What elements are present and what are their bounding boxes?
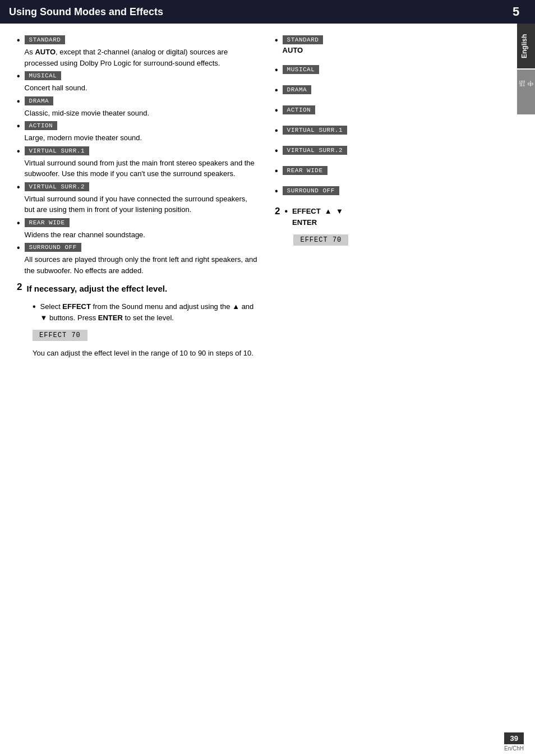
- badge-virtual-surr2: VIRTUAL SURR.2: [25, 182, 89, 191]
- r-badge-surround-off: SURROUND OFF: [283, 186, 339, 195]
- mode-rear-wide: • REAR WIDE Widens the rear channel soun…: [17, 218, 258, 241]
- bullet-surround-off: •: [17, 243, 20, 252]
- bullet-drama: •: [17, 97, 20, 106]
- desc-standard: As AUTO, except that 2-channel (analog o…: [25, 47, 258, 68]
- r-bullet-virtual-surr2: •: [275, 146, 278, 155]
- bullet-standard: •: [17, 36, 20, 45]
- bullet-rear-wide: •: [17, 219, 20, 228]
- mode-musical: • MUSICAL Concert hall sound.: [17, 71, 258, 94]
- badge-drama: DRAMA: [25, 96, 54, 105]
- footer-sub-label: En/ChH: [504, 745, 524, 752]
- footer-page-number: 39: [504, 732, 524, 744]
- r-mode-drama: • DRAMA: [275, 85, 505, 95]
- r-section2-bullet: • EFFECT ▲ ▼ ENTER: [284, 206, 348, 228]
- section2-heading: If necessary, adjust the effect level.: [26, 284, 167, 293]
- r-bullet-rear-wide: •: [275, 167, 278, 176]
- page-header: Using Sound Modes and Effects 5: [0, 0, 535, 24]
- content-area: • STANDARD As AUTO, except that 2-channe…: [0, 24, 516, 370]
- badge-surround-off: SURROUND OFF: [25, 243, 81, 252]
- section2-number: 2: [17, 282, 22, 293]
- header-page-number: 5: [506, 4, 526, 19]
- r-mode-rear-wide: • REAR WIDE: [275, 165, 505, 176]
- r-badge-virtual-surr1: VIRTUAL SURR.1: [283, 126, 347, 135]
- r-bullet-drama: •: [275, 86, 278, 95]
- left-column: • STANDARD As AUTO, except that 2-channe…: [0, 35, 269, 359]
- r-badge-rear-wide: REAR WIDE: [283, 166, 328, 175]
- mode-action: • ACTION Large, modern movie theater sou…: [17, 121, 258, 144]
- section2-bullet-desc: Select EFFECT from the Sound menu and ad…: [40, 301, 258, 323]
- badge-action: ACTION: [25, 121, 58, 130]
- mode-drama: • DRAMA Classic, mid-size movie theater …: [17, 96, 258, 119]
- r-section2-bullet-desc: EFFECT ▲ ▼ ENTER: [292, 206, 343, 228]
- side-tab-english: English: [517, 24, 535, 68]
- r-effect-display-area: EFFECT 70: [293, 231, 348, 249]
- section2-bullet: • Select EFFECT from the Sound menu and …: [33, 301, 258, 323]
- bullet-musical: •: [17, 72, 20, 81]
- section2-heading-row: 2 If necessary, adjust the effect level.: [17, 282, 258, 297]
- desc-virtual-surr1: Virtual surround sound from just the mai…: [25, 158, 258, 179]
- side-tabs: English 日語中語: [517, 24, 535, 114]
- r-bullet-surround-off: •: [275, 187, 278, 196]
- footer: 39 En/ChH: [0, 728, 535, 756]
- mode-standard: • STANDARD As AUTO, except that 2-channe…: [17, 35, 258, 68]
- r-bullet-musical: •: [275, 66, 278, 75]
- r-mode-musical: • MUSICAL: [275, 64, 505, 75]
- r-badge-virtual-surr2: VIRTUAL SURR.2: [283, 146, 347, 155]
- r-mode-virtual-surr1: • VIRTUAL SURR.1: [275, 125, 505, 135]
- bullet-virtual-surr2: •: [17, 183, 20, 192]
- mode-virtual-surr1: • VIRTUAL SURR.1 Virtual surround sound …: [17, 146, 258, 179]
- desc-action: Large, modern movie theater sound.: [25, 132, 142, 144]
- r-section2-number: 2: [275, 206, 280, 217]
- desc-musical: Concert hall sound.: [25, 82, 87, 94]
- effect-display-area: EFFECT 70: [33, 326, 258, 344]
- r-badge-action: ACTION: [283, 105, 316, 114]
- r-sub-standard: AUTO: [283, 46, 324, 54]
- page-title: Using Sound Modes and Effects: [9, 6, 163, 18]
- r-badge-drama: DRAMA: [283, 85, 312, 94]
- r-section2: 2 • EFFECT ▲ ▼ ENTER EFFECT 70: [275, 206, 505, 249]
- side-tab-chinese: 日語中語: [517, 70, 535, 114]
- section2-desc: You can adjust the effect level in the r…: [33, 348, 258, 359]
- right-column: • STANDARD AUTO • MUSICAL • DRAMA • ACTI…: [269, 35, 516, 359]
- r-badge-musical: MUSICAL: [283, 65, 320, 74]
- badge-musical: MUSICAL: [25, 71, 62, 80]
- mode-surround-off: • SURROUND OFF All sources are played th…: [17, 242, 258, 276]
- badge-virtual-surr1: VIRTUAL SURR.1: [25, 146, 89, 155]
- badge-rear-wide: REAR WIDE: [25, 218, 70, 227]
- desc-surround-off: All sources are played through only the …: [25, 254, 258, 276]
- r-mode-standard: • STANDARD AUTO: [275, 35, 505, 54]
- r-bullet-action: •: [275, 106, 278, 115]
- section2-bullet-dot: •: [33, 302, 36, 311]
- r-badge-standard: STANDARD: [283, 35, 324, 44]
- r-mode-virtual-surr2: • VIRTUAL SURR.2: [275, 145, 505, 155]
- desc-virtual-surr2: Virtual surround sound if you have conne…: [25, 193, 258, 215]
- badge-standard: STANDARD: [25, 35, 66, 44]
- desc-rear-wide: Widens the rear channel soundstage.: [25, 229, 145, 241]
- r-bullet-virtual-surr1: •: [275, 126, 278, 135]
- r-mode-surround-off: • SURROUND OFF: [275, 186, 505, 196]
- r-bullet-standard: •: [275, 36, 278, 45]
- mode-virtual-surr2: • VIRTUAL SURR.2 Virtual surround sound …: [17, 182, 258, 215]
- effect-display-box: EFFECT 70: [33, 330, 87, 341]
- bullet-virtual-surr1: •: [17, 147, 20, 156]
- r-mode-action: • ACTION: [275, 105, 505, 115]
- desc-drama: Classic, mid-size movie theater sound.: [25, 108, 150, 119]
- footer-right: 39 En/ChH: [504, 732, 524, 752]
- r-effect-display-box: EFFECT 70: [293, 234, 348, 246]
- bullet-action: •: [17, 122, 20, 131]
